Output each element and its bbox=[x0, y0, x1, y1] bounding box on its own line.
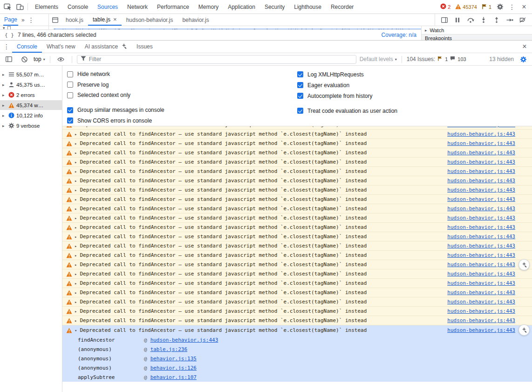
expand-arrow-icon[interactable]: ▸ bbox=[75, 179, 77, 183]
source-location-link[interactable]: hudson-behavior.js:443 bbox=[442, 234, 515, 240]
source-location-link[interactable]: hudson-behavior.js:443 bbox=[442, 126, 515, 128]
checkbox-selected-context-only[interactable]: Selected context only bbox=[67, 90, 297, 101]
expand-arrow-icon[interactable]: ▸ bbox=[75, 197, 77, 202]
console-warning-row[interactable]: ▸Deprecated call to findAncestor – use s… bbox=[62, 307, 532, 316]
checkbox-show-cors-errors-in-console[interactable]: Show CORS errors in console bbox=[67, 115, 297, 126]
expand-arrow-icon[interactable]: ▸ bbox=[75, 126, 77, 127]
checkbox-treat-code-evaluation-as-user-action[interactable]: Treat code evaluation as user action bbox=[297, 105, 527, 116]
ai-insight-button[interactable] bbox=[518, 259, 530, 270]
source-location-link[interactable]: hudson-behavior.js:443 bbox=[442, 327, 515, 333]
close-drawer-icon[interactable]: × bbox=[518, 41, 531, 53]
checkbox-eager-evaluation[interactable]: Eager evaluation bbox=[297, 80, 527, 90]
source-location-link[interactable]: hudson-behavior.js:443 bbox=[442, 178, 515, 184]
console-warning-row[interactable]: ▸Deprecated call to findAncestor – use s… bbox=[62, 251, 532, 260]
file-tab-hudson-behavior-js[interactable]: hudson-behavior.js bbox=[122, 14, 178, 26]
clear-console-icon[interactable] bbox=[18, 54, 30, 65]
source-location-link[interactable]: hudson-behavior.js:443 bbox=[442, 150, 515, 156]
expand-arrow-icon[interactable]: ▸ bbox=[75, 225, 77, 230]
dock-panel-icon[interactable] bbox=[438, 14, 451, 26]
tab-performance[interactable]: Performance bbox=[152, 0, 194, 14]
console-warning-row[interactable]: ▸Deprecated call to findAncestor – use s… bbox=[62, 158, 532, 167]
expand-arrow-icon[interactable]: ▸ bbox=[75, 188, 77, 193]
tab-memory[interactable]: Memory bbox=[194, 0, 223, 14]
disclosure-arrow-icon[interactable]: ▸ bbox=[2, 93, 7, 97]
expand-arrow-icon[interactable]: ▸ bbox=[75, 272, 77, 276]
console-warning-row[interactable]: ▸Deprecated call to findAncestor – use s… bbox=[62, 126, 532, 130]
close-devtools-icon[interactable]: × bbox=[518, 1, 530, 13]
ai-insight-button[interactable] bbox=[518, 324, 530, 336]
console-warning-row[interactable]: ▸Deprecated call to findAncestor – use s… bbox=[62, 176, 532, 186]
expand-arrow-icon[interactable]: ▸ bbox=[75, 281, 77, 286]
expand-arrow-icon[interactable]: ▸ bbox=[75, 206, 77, 211]
drawer-tab-console[interactable]: Console bbox=[12, 41, 42, 53]
expand-arrow-icon[interactable]: ▸ bbox=[75, 309, 77, 314]
console-warning-row[interactable]: ▸Deprecated call to findAncestor – use s… bbox=[62, 204, 532, 213]
console-warning-row[interactable]: ▸Deprecated call to findAncestor – use s… bbox=[62, 223, 532, 232]
source-location-link[interactable]: hudson-behavior.js:443 bbox=[442, 187, 515, 193]
device-toolbar-icon[interactable] bbox=[14, 1, 26, 13]
console-warning-row[interactable]: ▸Deprecated call to findAncestor – use s… bbox=[62, 195, 532, 204]
expand-arrow-icon[interactable]: ▸ bbox=[75, 262, 77, 267]
stack-location-link[interactable]: table.js:236 bbox=[150, 346, 187, 352]
pause-script-icon[interactable] bbox=[451, 14, 464, 26]
log-levels-selector[interactable]: Default levels ▾ bbox=[360, 56, 397, 62]
stack-location-link[interactable]: behavior.js:107 bbox=[150, 374, 197, 380]
drawer-tab-issues[interactable]: Issues bbox=[132, 41, 157, 53]
console-warning-row[interactable]: ▸Deprecated call to findAncestor – use s… bbox=[62, 130, 532, 139]
expand-arrow-icon[interactable]: ▸ bbox=[75, 300, 77, 304]
checkbox-preserve-log[interactable]: Preserve log bbox=[67, 80, 297, 90]
more-navigator-tabs-icon[interactable]: » bbox=[21, 17, 25, 23]
console-sidebar-item-10-122-info[interactable]: ▸10,122 info bbox=[0, 110, 62, 120]
tab-application[interactable]: Application bbox=[223, 0, 260, 14]
tab-elements[interactable]: Elements bbox=[30, 0, 63, 14]
expand-arrow-icon[interactable]: ▸ bbox=[75, 318, 77, 323]
disclosure-arrow-icon[interactable]: ▸ bbox=[2, 124, 7, 128]
close-tab-icon[interactable]: × bbox=[113, 16, 117, 23]
settings-gear-icon[interactable] bbox=[494, 1, 506, 13]
navigator-tree-sliver[interactable]: ▾ bbox=[0, 26, 49, 29]
source-location-link[interactable]: hudson-behavior.js:443 bbox=[442, 140, 515, 146]
console-warning-row[interactable]: ▸Deprecated call to findAncestor – use s… bbox=[62, 148, 532, 158]
expand-arrow-icon[interactable]: ▸ bbox=[75, 244, 77, 248]
watch-section-header[interactable]: ▸ Watch bbox=[422, 26, 532, 34]
source-location-link[interactable]: hudson-behavior.js:443 bbox=[442, 252, 515, 258]
navigator-tab-page[interactable]: Page bbox=[3, 14, 18, 26]
source-location-link[interactable]: hudson-behavior.js:443 bbox=[442, 159, 515, 165]
source-location-link[interactable]: hudson-behavior.js:443 bbox=[442, 261, 515, 268]
source-location-link[interactable]: hudson-behavior.js:443 bbox=[442, 131, 515, 137]
console-warning-row[interactable]: ▸Deprecated call to findAncestor – use s… bbox=[62, 213, 532, 223]
step-into-icon[interactable] bbox=[477, 14, 490, 26]
disclosure-arrow-icon[interactable]: ▸ bbox=[2, 83, 7, 87]
tab-recorder[interactable]: Recorder bbox=[326, 0, 358, 14]
file-tab-table-js[interactable]: table.js× bbox=[88, 14, 122, 26]
coverage-link[interactable]: Coverage: n/a bbox=[382, 32, 416, 38]
console-warning-row[interactable]: ▸Deprecated call to findAncestor – use s… bbox=[62, 167, 532, 176]
error-count-badge[interactable]: 2 bbox=[440, 3, 450, 10]
drawer-tab-ai-assistance[interactable]: AI assistance bbox=[80, 41, 132, 53]
source-location-link[interactable]: hudson-behavior.js:443 bbox=[442, 224, 515, 230]
source-location-link[interactable]: hudson-behavior.js:443 bbox=[442, 196, 515, 202]
issues-summary[interactable]: 104 Issues: 1 103 bbox=[407, 56, 466, 62]
disclosure-arrow-icon[interactable]: ▸ bbox=[2, 113, 7, 118]
console-settings-gear-icon[interactable] bbox=[517, 54, 529, 65]
console-sidebar-item-45-375-us[interactable]: ▸45,375 us… bbox=[0, 80, 62, 89]
console-warning-row[interactable]: ▸Deprecated call to findAncestor – use s… bbox=[62, 297, 532, 307]
console-sidebar-item-9-verbose[interactable]: ▸9 verbose bbox=[0, 121, 62, 131]
expand-arrow-icon[interactable]: ▸ bbox=[75, 169, 77, 174]
console-warning-row[interactable]: ▸Deprecated call to findAncestor – use s… bbox=[62, 316, 532, 325]
breakpoints-section-header[interactable]: Breakpoints bbox=[422, 34, 532, 40]
expand-arrow-icon[interactable]: ▸ bbox=[75, 216, 77, 220]
console-warning-row[interactable]: ▸Deprecated call to findAncestor – use s… bbox=[62, 269, 532, 279]
tab-lighthouse[interactable]: Lighthouse bbox=[289, 0, 326, 14]
checkbox-autocomplete-from-history[interactable]: Autocomplete from history bbox=[297, 90, 527, 101]
expand-arrow-icon[interactable]: ▸ bbox=[75, 132, 77, 137]
expand-arrow-icon[interactable]: ▸ bbox=[75, 160, 77, 165]
drawer-tab-what-s-new[interactable]: What's new bbox=[42, 41, 80, 53]
console-sidebar-item-45-374-w[interactable]: ▸45,374 w… bbox=[0, 100, 62, 110]
console-warning-row[interactable]: ▸Deprecated call to findAncestor – use s… bbox=[62, 186, 532, 195]
source-location-link[interactable]: hudson-behavior.js:443 bbox=[442, 168, 515, 174]
pretty-print-icon[interactable]: { } bbox=[5, 32, 14, 38]
watch-disclosure-icon[interactable]: ▸ bbox=[425, 28, 427, 33]
console-sidebar-item-2-errors[interactable]: ▸2 errors bbox=[0, 90, 62, 100]
file-tab-hook-js[interactable]: hook.js bbox=[61, 14, 88, 26]
